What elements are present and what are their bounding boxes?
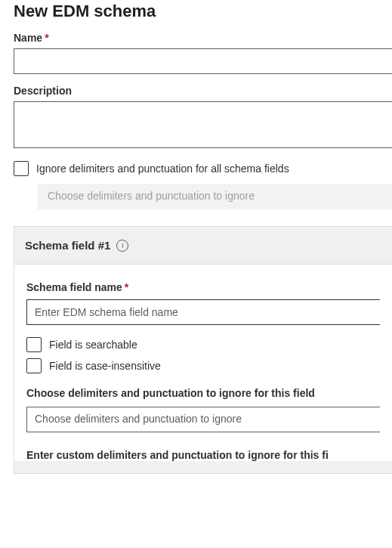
name-input[interactable]: [14, 48, 392, 74]
description-field-group: Description: [14, 85, 392, 150]
name-label-text: Name: [14, 32, 42, 44]
searchable-label: Field is searchable: [49, 339, 137, 351]
custom-delim-group: Enter custom delimiters and punctuation …: [26, 449, 380, 461]
schema-field-header-title: Schema field #1: [25, 239, 110, 252]
page-title: New EDM schema: [14, 2, 392, 21]
case-insensitive-checkbox[interactable]: [26, 358, 42, 373]
schema-field-header: Schema field #1 i: [14, 227, 392, 265]
ignore-global-label: Ignore delimiters and punctuation for al…: [36, 163, 289, 175]
schema-field-panel: Schema field #1 i Schema field name* Fie…: [14, 226, 392, 474]
schema-field-body: Schema field name* Field is searchable F…: [14, 265, 392, 461]
schema-field-checkbox-group: Field is searchable Field is case-insens…: [26, 337, 380, 373]
schema-field-name-label-text: Schema field name: [26, 281, 122, 293]
required-indicator: *: [45, 32, 48, 44]
info-icon[interactable]: i: [116, 240, 128, 252]
schema-field-name-input[interactable]: [26, 299, 380, 325]
ignore-global-checkbox[interactable]: [14, 161, 29, 176]
choose-delim-label: Choose delimiters and punctuation to ign…: [26, 387, 380, 399]
choose-delim-dropdown[interactable]: Choose delimiters and punctuation to ign…: [26, 407, 380, 432]
choose-delim-group: Choose delimiters and punctuation to ign…: [26, 387, 380, 432]
case-insensitive-row: Field is case-insensitive: [26, 358, 380, 373]
description-input[interactable]: [14, 101, 392, 148]
ignore-global-dropdown: Choose delimiters and punctuation to ign…: [38, 184, 392, 209]
ignore-global-dropdown-wrap: Choose delimiters and punctuation to ign…: [38, 184, 392, 209]
searchable-row: Field is searchable: [26, 337, 380, 352]
custom-delim-label: Enter custom delimiters and punctuation …: [26, 449, 380, 461]
schema-field-name-group: Schema field name*: [26, 281, 380, 325]
description-label: Description: [14, 85, 392, 97]
ignore-global-row: Ignore delimiters and punctuation for al…: [14, 161, 392, 176]
required-indicator: *: [125, 281, 128, 293]
searchable-checkbox[interactable]: [26, 337, 42, 352]
name-label: Name*: [14, 32, 392, 44]
name-field-group: Name*: [14, 32, 392, 74]
schema-field-name-label: Schema field name*: [26, 281, 380, 293]
case-insensitive-label: Field is case-insensitive: [49, 360, 161, 372]
